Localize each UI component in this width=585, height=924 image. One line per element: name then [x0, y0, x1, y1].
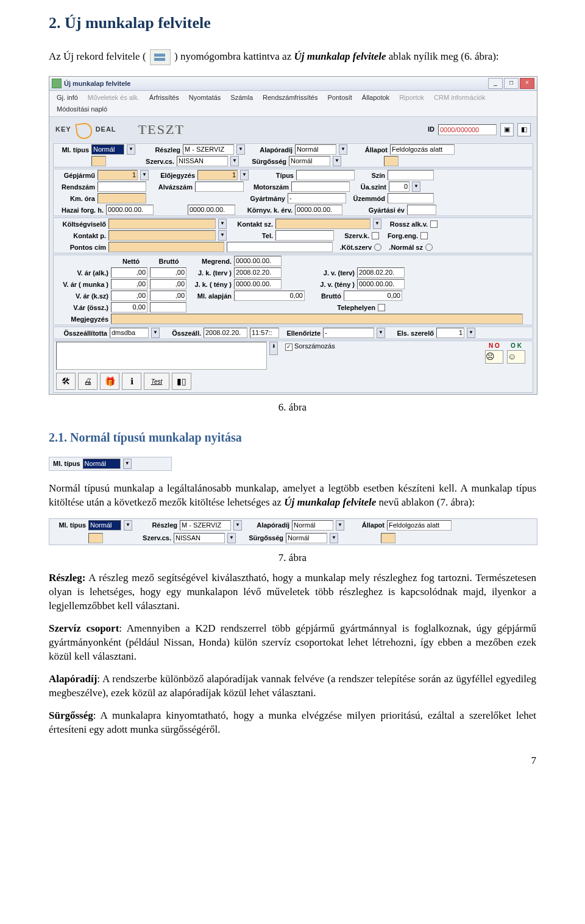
fld-megrend[interactable]: 0000.00.00.	[234, 256, 282, 266]
chk-forg[interactable]	[420, 232, 428, 239]
tb-gift-icon[interactable]: 🎁	[100, 373, 119, 390]
fld-motor[interactable]	[291, 182, 350, 192]
chk-rossz[interactable]	[430, 220, 438, 228]
dd-surg[interactable]: ▼	[333, 156, 341, 166]
fld-hazai[interactable]: 0000.00.00.	[106, 205, 154, 215]
p2: Normál típusú munkalap a legáltalánosabb…	[49, 482, 536, 510]
menu-item[interactable]: Árfrissítés	[144, 92, 184, 104]
dd-ossze[interactable]: ▼	[151, 328, 160, 338]
s-dd-szervcs[interactable]: ▼	[227, 533, 236, 543]
fld-reszleg[interactable]: M - SZERVIZ	[183, 144, 234, 155]
tb-info-icon[interactable]: ℹ	[122, 373, 141, 390]
s-fld-surg[interactable]: Normál	[286, 533, 327, 543]
s-dd-reszleg[interactable]: ▼	[233, 520, 242, 531]
fld-szervcs[interactable]: NISSAN	[177, 156, 228, 166]
fld-allapot-extra[interactable]	[384, 156, 399, 166]
menu-item[interactable]: Módosítási napló	[52, 104, 112, 115]
fld-list[interactable]	[56, 342, 267, 370]
fld-jvteny[interactable]: 0000.00.00.	[357, 279, 405, 289]
menu-item[interactable]: Számla	[225, 92, 258, 104]
tb-print-icon[interactable]: 🖨	[78, 373, 98, 390]
fld-tel[interactable]	[275, 230, 334, 241]
fld-ksz[interactable]	[275, 219, 370, 229]
btn-ok[interactable]: ☺	[507, 350, 525, 364]
maximize-button[interactable]: □	[504, 78, 519, 89]
fld-rendszam[interactable]	[98, 182, 146, 192]
snip-dd[interactable]: ▼	[123, 459, 132, 469]
btn-list-down[interactable]: ⬇	[269, 342, 278, 355]
fld-jkterv[interactable]: 2008.02.20.	[234, 267, 282, 278]
menu-item[interactable]: Pontosít	[323, 92, 357, 104]
fld-ellen[interactable]: -	[323, 328, 374, 338]
tb-test-button[interactable]: Test	[144, 373, 169, 390]
fld-gyev[interactable]	[407, 205, 436, 215]
s-dd-alap[interactable]: ▼	[336, 520, 344, 531]
dd-mltipus[interactable]: ▼	[127, 144, 135, 155]
fld-uzem[interactable]	[388, 193, 434, 203]
dd-szerelo[interactable]: ▼	[467, 328, 475, 338]
fld-hazai2[interactable]: 0000.00.00.	[188, 205, 235, 215]
fld-kp[interactable]	[108, 230, 216, 241]
fld-kviselo[interactable]	[108, 219, 216, 229]
fld-pontos2[interactable]	[227, 242, 333, 252]
fld-osszt: 11:57::	[250, 328, 279, 338]
fld-elojegy[interactable]: 1	[197, 170, 238, 180]
fld-uaszint[interactable]: 0	[389, 182, 410, 192]
fld-megj[interactable]	[111, 314, 523, 324]
fld-mltipus-extra[interactable]	[91, 156, 106, 166]
btn-kp[interactable]: ▼	[218, 230, 227, 241]
menu-item[interactable]: CRM információk	[429, 92, 490, 104]
fld-mltipus[interactable]: Normál	[91, 144, 124, 155]
chk-szervk[interactable]	[372, 232, 379, 239]
fld-szin[interactable]	[388, 170, 434, 180]
fld-jvterv[interactable]: 2008.02.20.	[357, 267, 405, 278]
s-dd-mltipus[interactable]: ▼	[124, 520, 132, 531]
fld-tipus[interactable]	[296, 170, 355, 180]
btn-kviselo[interactable]: ▼	[218, 219, 227, 229]
chk-sorsz[interactable]: ✓	[285, 344, 292, 351]
fld-jkteny[interactable]: 0000.00.00.	[234, 279, 282, 289]
id-button-1[interactable]: ▣	[500, 123, 514, 136]
menu-item[interactable]: Gj. infó	[52, 92, 83, 104]
fld-gepjarmu[interactable]: 1	[98, 170, 138, 180]
fld-surg[interactable]: Normál	[289, 156, 330, 166]
fld-szerelo[interactable]: 1	[436, 328, 464, 338]
s-fld-alap[interactable]: Normál	[292, 520, 333, 531]
s-fld-reszleg[interactable]: M - SZERVIZ	[180, 520, 231, 531]
menu-item[interactable]: Rendszámfrissítés	[258, 92, 322, 104]
btn-ksz[interactable]: ▼	[373, 219, 381, 229]
s-fld-mltipus[interactable]: Normál	[88, 520, 121, 531]
s-extra1[interactable]	[88, 533, 103, 543]
menu-item[interactable]: Riportok	[394, 92, 429, 104]
menu-item[interactable]: Nyomtatás	[184, 92, 226, 104]
s-dd-surg[interactable]: ▼	[330, 533, 338, 543]
btn-no[interactable]: ☹	[485, 350, 503, 364]
radio-normsz[interactable]	[425, 244, 433, 251]
fld-kornyv[interactable]: 0000.00.00.	[295, 205, 342, 215]
fld-alap[interactable]: Normál	[295, 144, 336, 155]
id-button-2[interactable]: ◧	[517, 123, 531, 136]
dd-ellen[interactable]: ▼	[377, 328, 385, 338]
tb-tools-icon[interactable]: 🛠	[56, 373, 76, 390]
btn-gepjarmu[interactable]: ▼	[140, 170, 149, 180]
dd-szervcs[interactable]: ▼	[230, 156, 239, 166]
close-button[interactable]: ×	[520, 78, 534, 89]
dd-reszleg[interactable]: ▼	[236, 144, 245, 155]
s-extra2[interactable]	[381, 533, 395, 543]
id-field[interactable]	[438, 124, 497, 135]
fld-pontos[interactable]	[108, 242, 224, 252]
fld-ossze[interactable]: dmsdba	[110, 328, 149, 338]
radio-kotsz[interactable]	[374, 244, 381, 251]
dd-alap[interactable]: ▼	[339, 144, 347, 155]
menu-item[interactable]: Állapotok	[357, 92, 394, 104]
tb-barcode-icon[interactable]: ▮▯	[172, 373, 191, 390]
fld-alvaz[interactable]	[195, 182, 244, 192]
snip-fld[interactable]: Normál	[83, 459, 121, 469]
fld-km[interactable]	[98, 193, 146, 203]
chk-telep[interactable]	[378, 304, 385, 311]
btn-elojegy[interactable]: ▼	[240, 170, 249, 180]
minimize-button[interactable]: _	[488, 78, 503, 89]
dd-uaszint[interactable]: ▼	[412, 182, 420, 192]
menu-item[interactable]: Műveletek és alk.	[83, 92, 144, 104]
s-fld-szervcs[interactable]: NISSAN	[174, 533, 225, 543]
